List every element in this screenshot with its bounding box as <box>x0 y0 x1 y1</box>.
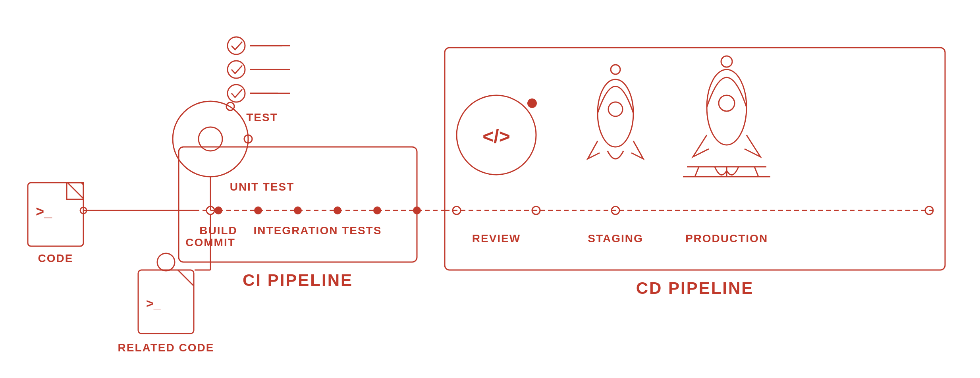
label-staging: STAGING <box>588 232 643 245</box>
svg-text:>_: >_ <box>146 296 161 310</box>
label-unit-test: UNIT TEST <box>230 181 295 193</box>
label-cd-pipeline: CD PIPELINE <box>636 279 754 297</box>
svg-line-48 <box>695 167 699 177</box>
svg-line-49 <box>754 167 758 177</box>
label-production: PRODUCTION <box>685 232 768 245</box>
svg-point-27 <box>214 206 222 214</box>
svg-point-29 <box>294 206 302 214</box>
svg-point-30 <box>334 206 341 214</box>
svg-text:>_: >_ <box>36 203 52 220</box>
svg-point-52 <box>721 56 732 67</box>
svg-point-47 <box>719 95 735 111</box>
svg-point-22 <box>228 85 245 102</box>
label-related-code: RELATED CODE <box>118 341 214 354</box>
label-review: REVIEW <box>472 232 521 245</box>
svg-point-14 <box>157 253 175 271</box>
svg-point-46 <box>707 69 747 145</box>
svg-point-16 <box>228 37 245 54</box>
label-code: CODE <box>38 252 73 264</box>
diagram-container: .svg-stroke { stroke: #c0392b; fill: non… <box>0 0 980 378</box>
label-test: TEST <box>246 111 278 123</box>
svg-point-43 <box>598 79 633 147</box>
svg-point-42 <box>527 98 537 108</box>
label-ci-pipeline: CI PIPELINE <box>243 271 353 289</box>
svg-point-45 <box>611 65 620 74</box>
label-build: BUILD <box>199 224 237 237</box>
svg-text:</>: </> <box>482 126 510 147</box>
svg-point-5 <box>173 101 248 177</box>
svg-point-28 <box>254 206 262 214</box>
main-diagram-svg: .svg-stroke { stroke: #c0392b; fill: non… <box>0 0 980 378</box>
svg-point-19 <box>228 61 245 78</box>
svg-point-44 <box>608 102 623 116</box>
svg-point-31 <box>373 206 381 214</box>
label-integration-tests: INTEGRATION TESTS <box>254 224 382 237</box>
